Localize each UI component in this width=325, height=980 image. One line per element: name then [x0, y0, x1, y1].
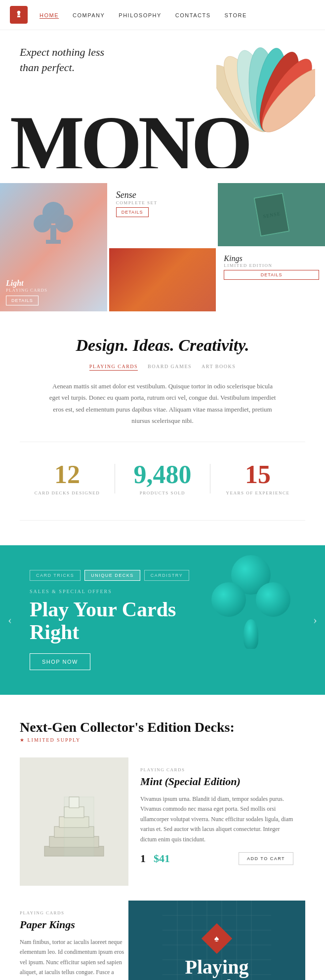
- svg-point-9: [34, 215, 51, 232]
- tab-board-games[interactable]: BOARD GAMES: [148, 364, 192, 371]
- banner-tabs: CARD TRICKS UNIQUE DECKS CARDISTRY: [30, 570, 189, 581]
- kings-details-btn[interactable]: DETAILS: [224, 270, 319, 280]
- design-section: Design. Ideas. Creativity. PLAYING CARDS…: [0, 311, 325, 442]
- playing-card-content: ♠ Playing Cards LIMITED EDITION: [185, 928, 249, 980]
- banner-eyebrow: SALES & SPECIAL OFFERS: [30, 589, 189, 594]
- stat-products-number: 9,480: [115, 462, 210, 488]
- kings-category: PLAYING CARDS: [20, 910, 128, 915]
- sphere-right: [256, 582, 290, 617]
- nav-item-philosophy[interactable]: PHILOSOPHY: [119, 10, 162, 19]
- nav-item-store[interactable]: STORE: [225, 10, 247, 19]
- sense-image: SENSE: [218, 183, 325, 246]
- product-row-mint: PLAYING CARDS Mint (Special Edition) Viv…: [20, 757, 305, 886]
- card-light-decoration: [29, 198, 78, 257]
- nav-item-contacts[interactable]: CONTACTS: [175, 10, 211, 19]
- hero-brand: MONO: [10, 104, 248, 168]
- stat-decks-label: CARD DECKS DESIGNED: [20, 490, 115, 495]
- stat-decks: 12 CARD DECKS DESIGNED: [20, 462, 115, 495]
- card-light-overlay: Light PLAYING CARDS DETAILS: [6, 279, 47, 305]
- svg-rect-19: [64, 797, 94, 856]
- stats-section: 12 CARD DECKS DESIGNED 9,480 PRODUCTS SO…: [20, 442, 305, 521]
- mint-price-row: 1 $41 ADD TO CART: [140, 852, 293, 865]
- mint-name: Mint (Special Edition): [140, 775, 293, 788]
- logo[interactable]: [10, 6, 28, 24]
- mint-desc: Vivamus ipsum urna. Blandit id diam, tem…: [140, 794, 293, 844]
- hero-section: Expect nothing less than perfect. MONO: [0, 30, 325, 168]
- sense-info: Sense COMPLETE SET DETAILS: [109, 183, 216, 246]
- svg-rect-11: [50, 225, 56, 242]
- svg-point-10: [55, 215, 73, 232]
- mint-qty: 1: [140, 852, 146, 865]
- product-row-kings: PLAYING CARDS Paper Kings Nam finibus, t…: [20, 901, 305, 980]
- svg-rect-12: [46, 240, 61, 244]
- banner-tab-card-tricks[interactable]: CARD TRICKS: [30, 570, 81, 581]
- collectors-subtitle: ★ LIMITED SUPPLY: [20, 737, 305, 743]
- mint-product-info: PLAYING CARDS Mint (Special Edition) Viv…: [128, 757, 305, 875]
- stat-years-number: 15: [210, 462, 305, 488]
- navbar: HOME COMPANY PHILOSOPHY CONTACTS STORE: [0, 0, 325, 30]
- banner-content: CARD TRICKS UNIQUE DECKS CARDISTRY SALES…: [30, 570, 189, 670]
- stat-products-label: PRODUCTS SOLD: [115, 490, 210, 495]
- banner-decoration: [206, 555, 305, 674]
- logo-icon: [14, 10, 24, 20]
- mint-add-to-cart-btn[interactable]: ADD TO CART: [239, 852, 293, 865]
- products-grid: Light PLAYING CARDS DETAILS Sense COMPLE…: [0, 183, 325, 311]
- design-tabs: PLAYING CARDS BOARD GAMES ART BOOKS: [20, 364, 305, 371]
- teal-banner: ‹ CARD TRICKS UNIQUE DECKS CARDISTRY SAL…: [0, 545, 325, 695]
- sphere-left: [211, 582, 246, 617]
- kings-name: Paper Kings: [20, 918, 128, 931]
- card-diamond: ♠: [202, 923, 232, 954]
- stat-years-label: YEARS OF EXPERIENCE: [210, 490, 305, 495]
- club-stem: [244, 619, 258, 649]
- tab-art-books[interactable]: ART BOOKS: [202, 364, 236, 371]
- nav-item-company[interactable]: COMPANY: [73, 10, 105, 19]
- playing-cards-box: ♠ Playing Cards LIMITED EDITION: [128, 901, 305, 980]
- kings-desc: Nam finibus, tortor ac iaculis laoreet n…: [20, 937, 128, 980]
- mint-category: PLAYING CARDS: [140, 767, 293, 772]
- tab-playing-cards[interactable]: PLAYING CARDS: [89, 364, 138, 371]
- design-body: Aenean mattis sit amet dolor est vestibu…: [49, 380, 276, 427]
- nav-links: HOME COMPANY PHILOSOPHY CONTACTS STORE: [40, 10, 247, 19]
- stat-products: 9,480 PRODUCTS SOLD: [115, 462, 210, 495]
- mint-product-image: [20, 757, 128, 886]
- collectors-title: Next-Gen Collector's Edition Decks:: [20, 719, 305, 735]
- sense-details-btn[interactable]: DETAILS: [116, 207, 149, 217]
- mint-decoration: [35, 777, 114, 866]
- shop-now-btn[interactable]: SHOP NOW: [30, 653, 90, 670]
- card-light-details-btn[interactable]: DETAILS: [6, 296, 39, 305]
- banner-next-btn[interactable]: ›: [313, 613, 317, 627]
- banner-prev-btn[interactable]: ‹: [8, 613, 12, 627]
- stat-years: 15 YEARS OF EXPERIENCE: [210, 462, 305, 495]
- nav-item-home[interactable]: HOME: [40, 10, 59, 19]
- playing-cards-title-line1: Playing: [185, 957, 249, 977]
- collectors-section: Next-Gen Collector's Edition Decks: ★ LI…: [0, 695, 325, 980]
- kings-product-info: PLAYING CARDS Paper Kings Nam finibus, t…: [20, 901, 128, 980]
- card-kings: Kings LIMITED EDITION DETAILS: [218, 248, 325, 311]
- banner-title: Play Your Cards Right: [30, 598, 189, 643]
- card-light: Light PLAYING CARDS DETAILS: [0, 183, 107, 311]
- club-shape: [206, 555, 295, 654]
- sense-bottom: [109, 248, 216, 311]
- stat-decks-number: 12: [20, 462, 115, 488]
- banner-tab-unique-decks[interactable]: UNIQUE DECKS: [84, 570, 140, 581]
- mint-price: $41: [154, 852, 170, 865]
- design-title: Design. Ideas. Creativity.: [20, 336, 305, 355]
- hero-tagline: Expect nothing less than perfect.: [20, 45, 305, 75]
- banner-tab-cardistry[interactable]: CARDISTRY: [144, 570, 189, 581]
